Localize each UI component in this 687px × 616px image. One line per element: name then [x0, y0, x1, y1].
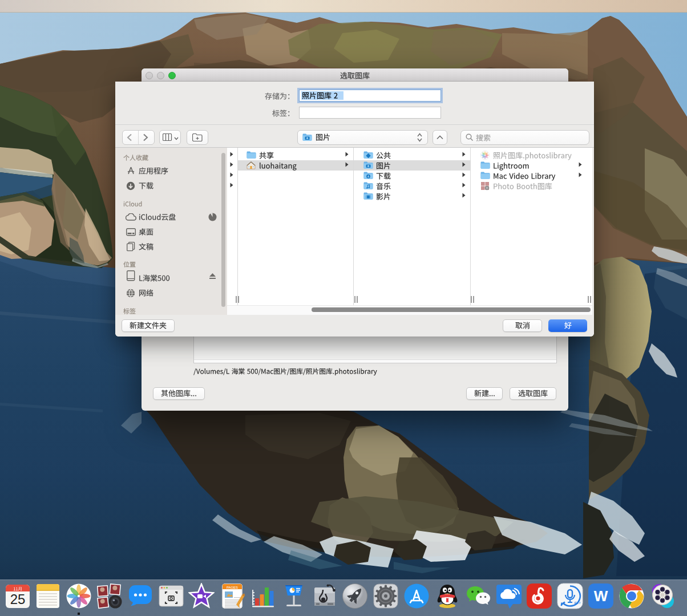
svg-text:PAGES: PAGES — [227, 586, 238, 589]
svg-text:iFLY: iFLY — [574, 601, 581, 605]
svg-text:W: W — [594, 587, 608, 605]
svg-text:25: 25 — [10, 591, 25, 607]
